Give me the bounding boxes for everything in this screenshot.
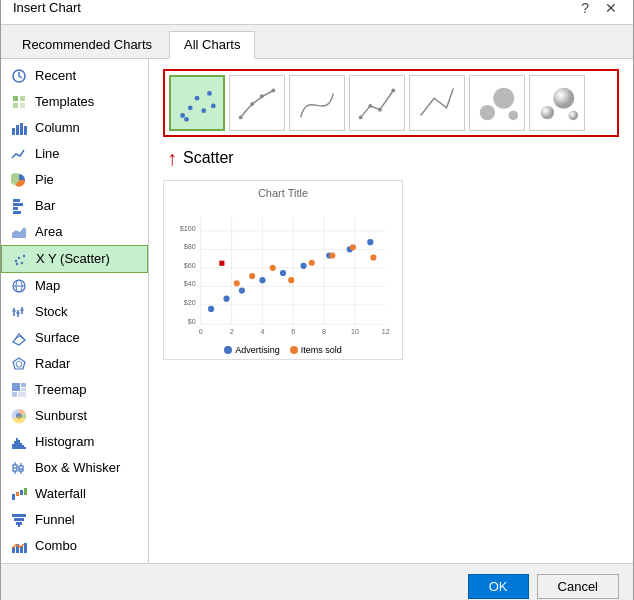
sidebar-item-funnel[interactable]: Funnel [1, 507, 148, 533]
sidebar-item-map[interactable]: Map [1, 273, 148, 299]
svg-point-125 [350, 244, 356, 250]
svg-rect-3 [13, 103, 18, 108]
svg-rect-57 [16, 522, 22, 525]
chart-title: Chart Title [170, 187, 396, 199]
svg-point-121 [270, 264, 276, 270]
svg-rect-31 [21, 383, 26, 387]
dialog-footer: OK Cancel [1, 563, 633, 601]
svg-point-66 [195, 95, 200, 100]
svg-point-120 [249, 273, 255, 279]
svg-rect-34 [18, 392, 26, 397]
scatter-chart-svg: $0 $20 $40 $60 $80 $100 0 [170, 203, 396, 343]
svg-rect-37 [14, 441, 16, 449]
svg-point-72 [260, 94, 264, 98]
sidebar-item-line[interactable]: Line [1, 141, 148, 167]
svg-rect-30 [12, 383, 20, 391]
sidebar-item-histogram[interactable]: Histogram [1, 429, 148, 455]
svg-text:12: 12 [382, 326, 390, 335]
svg-text:2: 2 [230, 326, 234, 335]
sidebar-item-column[interactable]: Column [1, 115, 148, 141]
svg-point-78 [480, 104, 495, 119]
sidebar-item-radar[interactable]: Radar [1, 351, 148, 377]
help-button[interactable]: ? [577, 0, 593, 16]
svg-rect-9 [13, 199, 20, 202]
scatter-type-label: Scatter [183, 149, 234, 167]
sidebar-item-surface[interactable]: Surface [1, 325, 148, 351]
sidebar-item-boxwhisker[interactable]: Box & Whisker [1, 455, 148, 481]
sidebar-item-stock[interactable]: Stock [1, 299, 148, 325]
tab-all-charts[interactable]: All Charts [169, 31, 255, 59]
chart-legend: Advertising Items sold [170, 345, 396, 355]
svg-rect-38 [16, 438, 18, 449]
tabs-row: Recommended Charts All Charts [1, 25, 633, 59]
scatter-straight-no-marker-thumb[interactable] [409, 75, 465, 131]
sidebar-item-pie[interactable]: Pie [1, 167, 148, 193]
scatter-basic-thumb[interactable] [169, 75, 225, 131]
svg-rect-40 [20, 443, 22, 449]
sidebar-label-bar: Bar [35, 198, 55, 213]
sidebar-item-recent[interactable]: Recent [1, 63, 148, 89]
combo-icon [11, 538, 27, 554]
sidebar-item-treemap[interactable]: Treemap [1, 377, 148, 403]
sidebar-item-combo[interactable]: Combo [1, 533, 148, 559]
svg-point-18 [16, 262, 18, 264]
svg-text:$40: $40 [184, 279, 196, 288]
svg-point-69 [211, 103, 216, 108]
sidebar-item-area[interactable]: Area [1, 219, 148, 245]
svg-text:$60: $60 [184, 260, 196, 269]
svg-point-74 [359, 115, 363, 119]
line-icon [11, 146, 27, 162]
sidebar-label-surface: Surface [35, 330, 80, 345]
svg-point-77 [391, 88, 395, 92]
ok-button[interactable]: OK [468, 574, 529, 599]
svg-rect-58 [18, 525, 20, 527]
scatter-smooth-line-thumb[interactable] [229, 75, 285, 131]
chart-area: $0 $20 $40 $60 $80 $100 0 [170, 203, 396, 343]
scatter-smooth-no-marker-thumb[interactable] [289, 75, 345, 131]
sidebar-item-sunburst[interactable]: Sunburst [1, 403, 148, 429]
sidebar-label-line: Line [35, 146, 60, 161]
sidebar-label-recent: Recent [35, 68, 76, 83]
bubble-3d-thumb[interactable] [529, 75, 585, 131]
title-bar: Insert Chart ? ✕ [1, 0, 633, 25]
svg-point-65 [184, 116, 189, 121]
svg-rect-56 [14, 518, 24, 521]
svg-point-112 [259, 277, 265, 283]
svg-rect-118 [219, 260, 224, 265]
scatter-icon [12, 251, 28, 267]
tab-recommended-charts[interactable]: Recommended Charts [7, 31, 167, 58]
recent-icon [11, 68, 27, 84]
legend-item-advertising: Advertising [224, 345, 280, 355]
svg-point-15 [18, 256, 20, 258]
insert-chart-dialog: Insert Chart ? ✕ Recommended Charts All … [0, 0, 634, 600]
svg-rect-33 [12, 392, 17, 397]
cancel-button[interactable]: Cancel [537, 574, 619, 599]
legend-dot-items-sold [290, 346, 298, 354]
radar-icon [11, 356, 27, 372]
scatter-straight-line-thumb[interactable] [349, 75, 405, 131]
bubble-thumb[interactable] [469, 75, 525, 131]
sidebar-label-stock: Stock [35, 304, 68, 319]
sidebar-item-bar[interactable]: Bar [1, 193, 148, 219]
svg-text:$100: $100 [180, 223, 196, 232]
svg-point-67 [201, 108, 206, 113]
svg-point-117 [367, 239, 373, 245]
sidebar-label-combo: Combo [35, 538, 77, 553]
sidebar-label-column: Column [35, 120, 80, 135]
svg-rect-32 [21, 388, 26, 391]
red-arrow: ↑ [167, 147, 177, 170]
svg-point-70 [239, 115, 243, 119]
sidebar-item-templates[interactable]: Templates [1, 89, 148, 115]
svg-point-109 [208, 305, 214, 311]
sidebar-item-scatter[interactable]: X Y (Scatter) [1, 245, 148, 273]
sidebar-label-pie: Pie [35, 172, 54, 187]
svg-rect-53 [20, 490, 23, 495]
svg-point-64 [188, 105, 193, 110]
svg-rect-36 [12, 444, 14, 449]
column-icon [11, 120, 27, 136]
close-button[interactable]: ✕ [601, 0, 621, 16]
templates-icon [11, 94, 27, 110]
sidebar-item-waterfall[interactable]: Waterfall [1, 481, 148, 507]
map-icon [11, 278, 27, 294]
sidebar-label-boxwhisker: Box & Whisker [35, 460, 120, 475]
